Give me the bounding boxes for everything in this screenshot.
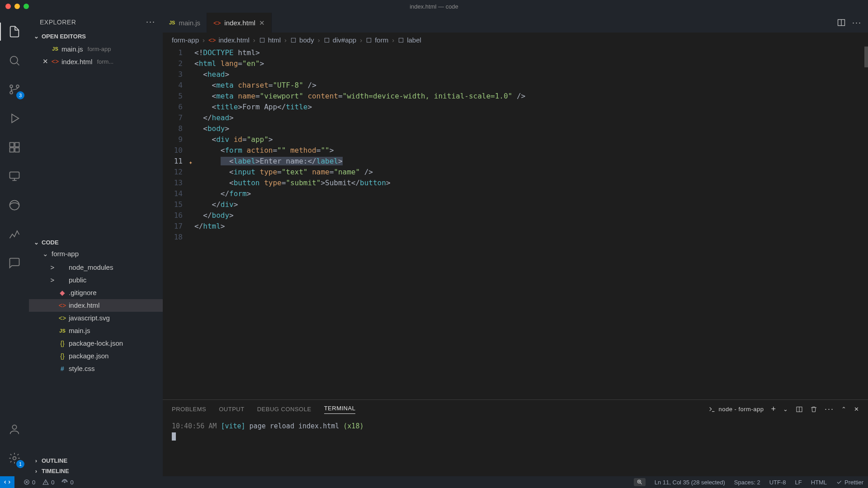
code-line[interactable]: <head>: [194, 69, 868, 80]
file-tree-item[interactable]: #style.css: [29, 362, 163, 375]
open-editor-item[interactable]: ✕<>index.htmlform...: [29, 55, 163, 68]
new-terminal-icon[interactable]: +: [771, 404, 776, 414]
section-workspace[interactable]: ⌄ CODE: [29, 237, 163, 248]
ports-count: 0: [70, 479, 73, 486]
breadcrumb-item[interactable]: label: [398, 36, 421, 44]
code-line[interactable]: </div>: [194, 199, 868, 210]
svg-rect-14: [291, 38, 295, 42]
code-line[interactable]: <button type="submit">Submit</button>: [194, 178, 868, 188]
breadcrumb-label: body: [299, 36, 314, 44]
terminal-output[interactable]: 10:40:56 AM [vite] page reload index.htm…: [163, 418, 868, 444]
status-eol[interactable]: LF: [795, 479, 802, 486]
file-tree-item[interactable]: <>index.html: [29, 299, 163, 312]
terminal-dropdown-icon[interactable]: ⌄: [783, 406, 788, 413]
file-tree-item[interactable]: {}package.json: [29, 350, 163, 362]
remote-button[interactable]: [0, 476, 14, 488]
file-tree-item[interactable]: <>javascript.svg: [29, 312, 163, 324]
panel-tab-problems[interactable]: PROBLEMS: [172, 406, 206, 413]
code-editor[interactable]: 1234567891011✦12131415161718 <!DOCTYPE h…: [163, 47, 868, 399]
section-timeline[interactable]: › TIMELINE: [29, 466, 163, 476]
window-maximize-button[interactable]: [24, 4, 29, 9]
activity-extensions[interactable]: [0, 133, 29, 162]
panel-more-icon[interactable]: ···: [825, 404, 834, 414]
file-tree-item[interactable]: ◆.gitignore: [29, 286, 163, 299]
code-line[interactable]: <label>Enter name:</label>: [194, 156, 868, 167]
panel-maximize-icon[interactable]: ⌃: [841, 406, 847, 413]
activity-settings[interactable]: 1: [0, 444, 29, 473]
trash-icon[interactable]: [810, 406, 817, 413]
code-line[interactable]: <!DOCTYPE html>: [194, 47, 868, 58]
tab-bar: JSmain.js<>index.html✕ ···: [163, 13, 868, 33]
activity-comment[interactable]: [0, 249, 29, 277]
terminal-time: 10:40:56 AM: [172, 422, 217, 430]
panel-tab-debug-console[interactable]: DEBUG CONSOLE: [257, 406, 311, 413]
open-editor-item[interactable]: JSmain.jsform-app: [29, 42, 163, 55]
split-editor-icon[interactable]: [837, 18, 846, 27]
status-errors[interactable]: 0: [24, 479, 35, 486]
activity-account[interactable]: [0, 415, 29, 444]
file-tree-item[interactable]: {}package-lock.json: [29, 337, 163, 350]
status-ports[interactable]: 0: [61, 479, 73, 486]
activity-edge[interactable]: [0, 191, 29, 220]
editor-tab[interactable]: JSmain.js: [163, 13, 207, 33]
code-line[interactable]: <title>Form App</title>: [194, 102, 868, 113]
breadcrumb-item[interactable]: body: [290, 36, 314, 44]
activity-remote[interactable]: [0, 162, 29, 191]
status-cursor[interactable]: Ln 11, Col 35 (28 selected): [655, 479, 725, 486]
status-formatter[interactable]: Prettier: [836, 479, 863, 486]
file-tree-item[interactable]: >public: [29, 274, 163, 286]
breadcrumb-item[interactable]: <>index.html: [208, 36, 250, 44]
code-line[interactable]: <body>: [194, 123, 868, 134]
split-terminal-icon[interactable]: [796, 406, 803, 413]
line-number: 7: [163, 113, 183, 123]
code-line[interactable]: </html>: [194, 221, 868, 232]
code-line[interactable]: </form>: [194, 188, 868, 199]
sidebar-more-icon[interactable]: ···: [146, 17, 156, 27]
terminal-process[interactable]: node - form-app: [708, 406, 764, 413]
status-indent[interactable]: Spaces: 2: [734, 479, 760, 486]
panel-close-icon[interactable]: ✕: [854, 406, 859, 413]
breadcrumb-item[interactable]: form: [366, 36, 388, 44]
minimap-slider[interactable]: [864, 47, 868, 67]
editor-tab[interactable]: <>index.html✕: [207, 13, 272, 33]
panel-tab-output[interactable]: OUTPUT: [219, 406, 244, 413]
file-tree-item[interactable]: JSmain.js: [29, 324, 163, 337]
window-minimize-button[interactable]: [14, 4, 20, 9]
status-zoom[interactable]: [634, 478, 646, 486]
status-warnings[interactable]: 0: [42, 479, 54, 486]
line-number: 15: [163, 199, 183, 210]
code-line[interactable]: <div id="app">: [194, 134, 868, 145]
activity-run-debug[interactable]: [0, 104, 29, 133]
status-language[interactable]: HTML: [811, 479, 827, 486]
file-tree-item[interactable]: >node_modules: [29, 261, 163, 274]
panel-tab-terminal[interactable]: TERMINAL: [324, 405, 356, 414]
section-open-editors[interactable]: ⌄ OPEN EDITORS: [29, 31, 163, 42]
close-icon[interactable]: ✕: [259, 19, 265, 27]
activity-source-control[interactable]: 3: [0, 75, 29, 104]
section-outline[interactable]: › OUTLINE: [29, 455, 163, 466]
code-line[interactable]: </body>: [194, 210, 868, 221]
window-close-button[interactable]: [5, 4, 11, 9]
editor-more-icon[interactable]: ···: [852, 18, 862, 28]
terminal-process-label: node - form-app: [718, 406, 764, 413]
code-line[interactable]: </head>: [194, 113, 868, 123]
breadcrumb-item[interactable]: html: [259, 36, 281, 44]
sidebar-header: EXPLORER ···: [29, 13, 163, 31]
code-line[interactable]: <meta name="viewport" content="width=dev…: [194, 91, 868, 102]
breadcrumb-item[interactable]: div#app: [324, 36, 357, 44]
activity-graph[interactable]: [0, 220, 29, 249]
code-line[interactable]: <form action="" method="">: [194, 145, 868, 156]
code-lines[interactable]: <!DOCTYPE html><html lang="en"> <head> <…: [194, 47, 868, 399]
code-line[interactable]: <input type="text" name="name" />: [194, 167, 868, 178]
folder-root[interactable]: ⌄ form-app: [29, 248, 163, 260]
code-line[interactable]: <meta charset="UTF-8" />: [194, 80, 868, 91]
zoom-icon: [637, 479, 643, 485]
close-icon[interactable]: ✕: [42, 57, 49, 66]
activity-search[interactable]: [0, 46, 29, 75]
minimap[interactable]: [859, 47, 868, 399]
code-line[interactable]: [194, 232, 868, 243]
status-encoding[interactable]: UTF-8: [769, 479, 786, 486]
activity-explorer[interactable]: [0, 17, 29, 46]
breadcrumb-item[interactable]: form-app: [172, 36, 199, 44]
code-line[interactable]: <html lang="en">: [194, 58, 868, 69]
